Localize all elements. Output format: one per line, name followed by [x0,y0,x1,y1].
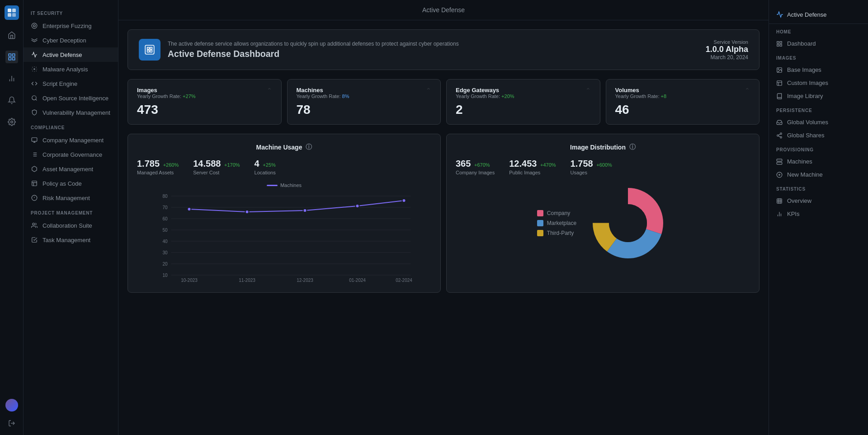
right-item-custom-images[interactable]: Custom Images [769,76,868,89]
line-chart-legend: Machines [137,182,431,188]
sidebar-label-company-mgmt: Company Management [42,137,104,144]
right-item-new-machine[interactable]: New Machine [769,168,868,181]
page-header: Active Defense [118,0,769,20]
usages-badge: +600% [596,162,612,168]
sidebar-label-vuln-mgmt: Vulnerability Management [42,109,110,116]
charts-row: Machine Usage ⓘ 1.785 +260% Managed Asse… [127,134,760,293]
right-statistics-label: STATISTICS [769,181,868,194]
policy-as-code-icon [31,180,38,187]
machines-legend-line [267,185,278,186]
legend-dot-thirdparty [537,230,543,236]
machine-usage-chart: Machine Usage ⓘ 1.785 +260% Managed Asse… [127,134,441,293]
bottom-nav-icons [5,399,18,430]
right-persistence-label: PERSISTENCE [769,103,868,116]
sidebar-item-script-engine[interactable]: Script Engine [24,76,118,91]
stat-growth-volumes: Yearly Growth Rate: +8 [615,94,667,99]
sidebar-item-malware-analysis[interactable]: Malware Analysis [24,62,118,76]
banner-description: The active defense service allows organi… [168,41,459,47]
malware-analysis-icon [31,65,38,73]
usages-value: 1.758 [571,159,593,168]
svg-rect-3 [12,13,16,17]
bell-nav-icon[interactable] [5,94,18,107]
chevron-images[interactable]: ⌃ [267,87,272,94]
right-label-new-machine: New Machine [787,171,823,178]
chart-nav-icon[interactable] [5,72,18,85]
chevron-edge[interactable]: ⌃ [585,87,591,94]
version-label: Service Version [706,39,748,45]
legend-dot-company [537,210,543,216]
sidebar-label-malware-analysis: Malware Analysis [42,66,88,73]
banner: The active defense service allows organi… [127,29,760,70]
right-item-global-volumes[interactable]: Global Volumes [769,116,868,129]
right-label-machines: Machines [787,158,812,165]
asset-mgmt-icon [31,165,38,173]
stat-value-volumes: 46 [615,103,750,117]
svg-point-82 [778,69,779,70]
sidebar-item-asset-mgmt[interactable]: Asset Management [24,162,118,176]
right-item-kpis[interactable]: KPIs [769,207,868,220]
stat-card-machines: Machines Yearly Growth Rate: 8% ⌃ 78 [287,79,441,125]
right-sidebar-title: Active Defense [787,11,826,18]
stat-value-images: 473 [137,103,272,117]
sidebar-item-collab-suite[interactable]: Collaboration Suite [24,218,118,233]
svg-line-22 [32,71,33,71]
svg-line-88 [778,134,780,135]
right-item-machines[interactable]: Machines [769,155,868,168]
right-item-image-library[interactable]: Image Library [769,89,868,103]
user-avatar[interactable] [5,399,18,412]
right-provisioning-label: PROVISIONING [769,142,868,155]
sidebar-item-vuln-mgmt[interactable]: Vulnerability Management [24,105,118,120]
gear-nav-icon[interactable] [5,116,18,128]
svg-rect-6 [12,58,14,60]
svg-point-13 [32,23,37,28]
right-item-overview[interactable]: Overview [769,194,868,207]
collab-suite-icon [31,222,38,229]
right-label-base-images: Base Images [787,66,821,73]
right-item-dashboard[interactable]: Dashboard [769,37,868,50]
sidebar-item-enterprise-fuzzing[interactable]: Enterprise Fuzzing [24,19,118,33]
svg-rect-96 [777,198,782,203]
sidebar-label-active-defense: Active Defense [42,51,82,58]
svg-rect-77 [777,41,779,43]
sidebar-item-policy-as-code[interactable]: Policy as Code [24,176,118,191]
chevron-machines[interactable]: ⌃ [426,87,431,94]
sidebar-label-asset-mgmt: Asset Management [42,166,93,173]
locations-stat: 4 +25% Locations [255,159,276,175]
legend-item-company: Company [537,210,576,216]
locations-badge: +25% [263,162,275,168]
image-dist-help-icon[interactable]: ⓘ [629,143,636,151]
svg-point-11 [10,121,13,123]
sidebar-item-company-mgmt[interactable]: Company Management [24,133,118,147]
usages-label: Usages [571,170,612,175]
app-logo [5,5,19,20]
svg-point-72 [402,199,406,202]
svg-line-18 [32,67,33,67]
logout-icon[interactable] [5,417,18,430]
sidebar-item-corp-governance[interactable]: Corporate Governance [24,147,118,162]
machine-usage-title: Machine Usage ⓘ [137,143,431,151]
managed-assets-badge: +260% [163,162,179,168]
grid-nav-icon[interactable] [5,51,18,63]
sidebar-item-active-defense[interactable]: Active Defense [24,47,118,62]
sidebar-item-osi[interactable]: Open Source Intelligence [24,91,118,105]
sidebar-label-cyber-deception: Cyber Deception [42,37,86,44]
chevron-volumes[interactable]: ⌃ [745,87,750,94]
sidebar-item-task-mgmt[interactable]: Task Management [24,233,118,247]
machine-usage-help-icon[interactable]: ⓘ [306,143,312,151]
stat-title-images: Images [137,87,196,94]
svg-line-23 [36,67,37,67]
icon-bar [0,0,24,435]
stat-title-machines: Machines [297,87,349,94]
machine-usage-stats: 1.785 +260% Managed Assets 14.588 +170% … [137,159,431,175]
svg-point-24 [32,96,36,100]
right-item-global-shares[interactable]: Global Shares [769,129,868,142]
right-item-base-images[interactable]: Base Images [769,63,868,76]
right-label-kpis: KPIs [787,210,799,217]
sidebar-item-cyber-deception[interactable]: Cyber Deception [24,33,118,47]
image-dist-title: Image Distribution ⓘ [456,143,750,151]
svg-text:10: 10 [162,273,168,278]
sidebar-item-risk-mgmt[interactable]: Risk Management [24,191,118,205]
legend-item-thirdparty: Third-Party [537,230,576,236]
svg-text:20: 20 [162,262,168,267]
home-nav-icon[interactable] [5,29,18,42]
